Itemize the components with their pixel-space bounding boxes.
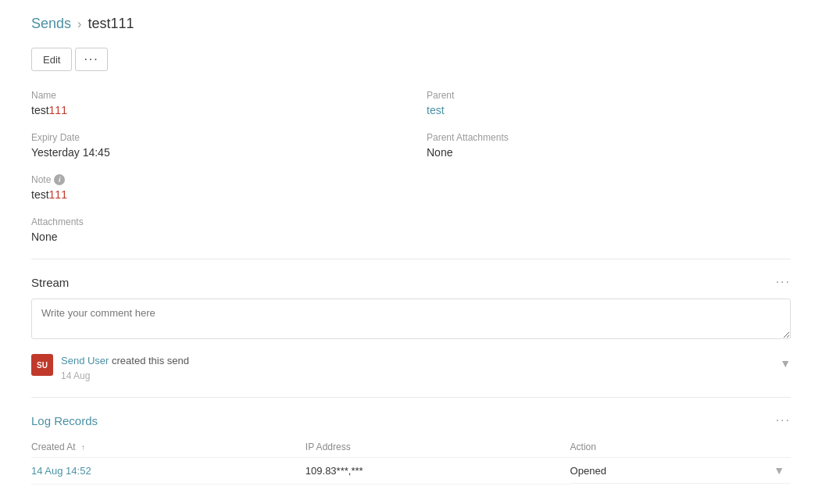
sort-asc-icon: ↑	[81, 443, 85, 452]
stream-more-button[interactable]: ···	[776, 275, 791, 289]
row-expand-icon[interactable]: ▼	[774, 464, 784, 477]
detail-section: Name test111 Parent test Expiry Date Yes…	[31, 90, 791, 259]
stream-text: Send User created this send	[61, 354, 772, 368]
expiry-value: Yesterday 14:45	[31, 146, 395, 159]
breadcrumb-parent-link[interactable]: Sends	[31, 16, 71, 32]
note-value: test111	[31, 188, 395, 201]
col-ip-address: IP Address	[306, 437, 570, 458]
attachments-label: Attachments	[31, 216, 395, 227]
log-action-cell: Opened ▼	[570, 458, 791, 484]
attachments-field: Attachments None	[31, 216, 395, 243]
log-table-body: 14 Aug 14:52 109.83***,*** Opened ▼	[31, 458, 791, 484]
more-options-button[interactable]: ···	[75, 48, 107, 71]
note-info-icon[interactable]: i	[54, 174, 65, 185]
log-records-table: Created At ↑ IP Address Action 14 Aug 14…	[31, 437, 791, 484]
expiry-field: Expiry Date Yesterday 14:45	[31, 132, 395, 159]
edit-button[interactable]: Edit	[31, 48, 72, 71]
stream-user-link[interactable]: Send User	[61, 355, 109, 366]
comment-input[interactable]	[31, 298, 791, 339]
log-records-more-button[interactable]: ···	[776, 413, 791, 427]
stream-header: Stream ···	[31, 275, 791, 289]
stream-section: Stream ··· SU Send User created this sen…	[31, 275, 791, 398]
toolbar: Edit ···	[31, 48, 791, 71]
parent-attachments-value: None	[427, 146, 791, 159]
detail-grid: Name test111 Parent test Expiry Date Yes…	[31, 90, 791, 243]
note-suffix: 111	[49, 188, 67, 201]
note-prefix: test	[31, 188, 49, 201]
stream-date: 14 Aug	[61, 370, 772, 381]
parent-field: Parent test	[427, 90, 791, 116]
avatar-text: SU	[37, 361, 48, 370]
name-value: test111	[31, 104, 395, 116]
log-ip-address: 109.83***,***	[306, 458, 570, 484]
col-action: Action	[570, 437, 791, 458]
expiry-label: Expiry Date	[31, 132, 395, 143]
parent-label: Parent	[427, 90, 791, 101]
table-row: 14 Aug 14:52 109.83***,*** Opened ▼	[31, 458, 791, 484]
stream-content: Send User created this send 14 Aug	[61, 354, 772, 381]
breadcrumb: Sends › test111	[31, 16, 791, 32]
log-records-section: Log Records ··· Created At ↑ IP Address …	[31, 413, 791, 484]
log-records-title: Log Records	[31, 414, 98, 427]
name-label: Name	[31, 90, 395, 101]
name-field: Name test111	[31, 90, 395, 116]
log-created-at[interactable]: 14 Aug 14:52	[31, 458, 306, 484]
log-records-header: Log Records ···	[31, 413, 791, 427]
note-label: Note i	[31, 174, 395, 185]
parent-attachments-label: Parent Attachments	[427, 132, 791, 143]
avatar: SU	[31, 354, 53, 376]
breadcrumb-separator: ›	[77, 17, 81, 31]
parent-value[interactable]: test	[427, 104, 791, 116]
stream-collapse-icon[interactable]: ▼	[780, 357, 791, 370]
attachments-value: None	[31, 231, 395, 243]
stream-action: created this send	[109, 355, 189, 366]
parent-attachments-field: Parent Attachments None	[427, 132, 791, 159]
log-action-value: Opened	[570, 465, 606, 477]
name-prefix: test	[31, 104, 49, 116]
stream-title: Stream	[31, 276, 69, 289]
note-field: Note i test111	[31, 174, 395, 201]
col-created-at[interactable]: Created At ↑	[31, 437, 306, 458]
breadcrumb-current: test111	[88, 16, 134, 32]
stream-activity-item: SU Send User created this send 14 Aug ▼	[31, 354, 791, 381]
name-suffix: 111	[49, 104, 67, 116]
log-table-header-row: Created At ↑ IP Address Action	[31, 437, 791, 458]
